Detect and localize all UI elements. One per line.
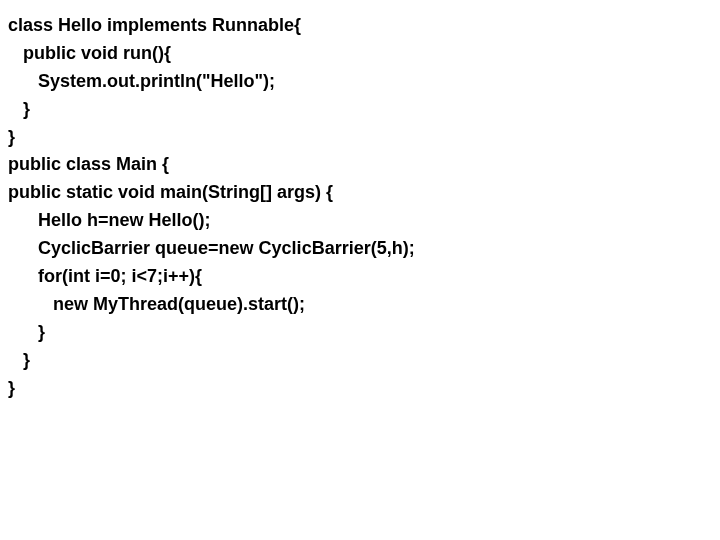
code-line: public static void main(String[] args) {: [8, 179, 712, 207]
code-line: CyclicBarrier queue=new CyclicBarrier(5,…: [8, 235, 712, 263]
code-line: public class Main {: [8, 151, 712, 179]
code-line: }: [8, 375, 712, 403]
code-line: System.out.println("Hello");: [8, 68, 712, 96]
code-line: }: [8, 124, 712, 152]
code-block: class Hello implements Runnable{ public …: [8, 12, 712, 402]
code-line: public void run(){: [8, 40, 712, 68]
code-line: }: [8, 96, 712, 124]
code-line: }: [8, 319, 712, 347]
code-line: Hello h=new Hello();: [8, 207, 712, 235]
code-line: for(int i=0; i<7;i++){: [8, 263, 712, 291]
code-line: }: [8, 347, 712, 375]
code-line: class Hello implements Runnable{: [8, 12, 712, 40]
code-line: new MyThread(queue).start();: [8, 291, 712, 319]
